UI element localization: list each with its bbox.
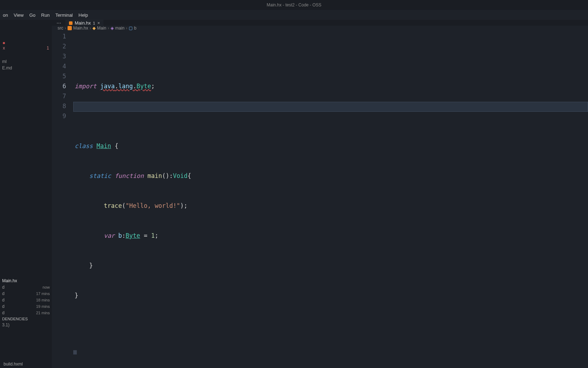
- close-icon[interactable]: ×: [97, 20, 100, 26]
- tab-main-hx[interactable]: Main.hx 1 ×: [65, 20, 103, 26]
- sidebar-item[interactable]: E.md: [0, 65, 52, 71]
- timeline-row[interactable]: d21 mins: [0, 310, 52, 316]
- sidebar-item[interactable]: ml: [0, 58, 52, 65]
- error-dot-icon: [3, 42, 5, 44]
- timeline-row[interactable]: d19 mins: [0, 303, 52, 310]
- tab-label: Main.hx: [75, 20, 91, 26]
- editor-area: ⋯ Main.hx 1 × src› Main.hx› ◆ Main› ◈ ma…: [52, 20, 588, 360]
- minimap[interactable]: [73, 350, 77, 354]
- title-bar: Main.hx - test2 - Code - OSS: [0, 0, 588, 10]
- variable-icon: ▢: [129, 26, 133, 31]
- code-content[interactable]: import java.lang.Byte; class Main { stat…: [73, 31, 588, 368]
- menu-item[interactable]: Terminal: [53, 12, 76, 18]
- tabs-row: ⋯ Main.hx 1 ×: [52, 20, 588, 26]
- menu-item[interactable]: Help: [76, 12, 91, 18]
- timeline-file[interactable]: Main.hx: [0, 278, 52, 284]
- code-editor[interactable]: 1 2 3 4 5 6 7 8 9 import java.lang.Byte;…: [52, 31, 588, 368]
- tab-actions-icon[interactable]: ⋯: [52, 20, 65, 26]
- tab-modified-badge: 1: [93, 21, 95, 25]
- sidebar-section-header[interactable]: DENDENCIES: [0, 316, 52, 322]
- status-build-target[interactable]: build.hxml: [4, 362, 23, 367]
- menu-item[interactable]: View: [11, 12, 26, 18]
- menu-bar: on View Go Run Terminal Help: [0, 10, 588, 20]
- sidebar: x 1 ml E.md Main.hx dnow d17 mins d18 mi…: [0, 20, 52, 360]
- timeline-row[interactable]: d18 mins: [0, 297, 52, 303]
- menu-item[interactable]: Run: [38, 12, 53, 18]
- timeline-row[interactable]: d17 mins: [0, 290, 52, 297]
- method-icon: ◈: [111, 26, 114, 31]
- sidebar-file-error[interactable]: x 1: [0, 45, 52, 51]
- sidebar-error-item[interactable]: [0, 41, 52, 45]
- menu-item[interactable]: on: [0, 12, 11, 18]
- line-numbers: 1 2 3 4 5 6 7 8 9: [52, 31, 73, 368]
- haxe-file-icon: [69, 21, 73, 25]
- class-icon: ◆: [92, 26, 96, 31]
- menu-item[interactable]: Go: [26, 12, 38, 18]
- haxe-file-icon: [68, 26, 72, 30]
- timeline-row[interactable]: dnow: [0, 284, 52, 290]
- window-title: Main.hx - test2 - Code - OSS: [267, 2, 321, 7]
- current-line-highlight: [73, 102, 588, 112]
- breadcrumb[interactable]: src› Main.hx› ◆ Main› ◈ main› ▢ b: [52, 26, 588, 31]
- sidebar-item[interactable]: 3.1): [0, 322, 52, 328]
